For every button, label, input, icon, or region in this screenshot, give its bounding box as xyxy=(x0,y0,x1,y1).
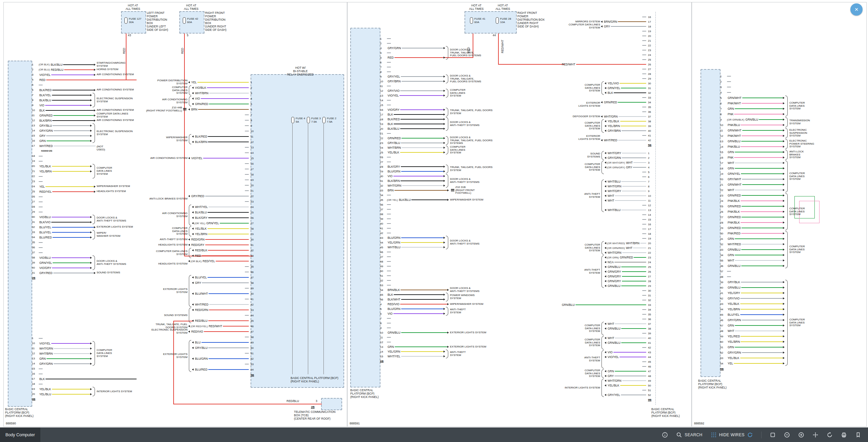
wire-line xyxy=(204,331,249,332)
print-button[interactable] xyxy=(841,432,847,438)
pin-number: 36 xyxy=(720,265,727,268)
pin-number: 42 xyxy=(720,297,727,300)
bookmark-button[interactable] xyxy=(855,432,861,438)
wire-row: GRY/GRN2 xyxy=(605,155,655,160)
arrow-right-icon xyxy=(783,362,785,364)
pin-number: 3 xyxy=(720,86,727,89)
wire-color-label: RED/YEL xyxy=(202,259,216,263)
system-label-text: INTERIOR LIGHTS SYSTEM xyxy=(565,386,600,390)
wire-row: 5 xyxy=(32,82,137,87)
pin-number: 1 xyxy=(720,75,727,78)
system-label-text: ANTI-LOCK BRAKES SYSTEM xyxy=(789,150,804,160)
wire-row: 30VIO xyxy=(380,174,445,178)
wire-rows: 6B xyxy=(380,359,493,363)
wire-line xyxy=(245,201,249,202)
center-diagram-button[interactable] xyxy=(812,432,818,438)
wire-color-label: WHT xyxy=(607,199,615,202)
wire-line xyxy=(387,67,391,67)
pin-number: 7 xyxy=(380,317,387,320)
wire-color-label: YEL/BLU xyxy=(39,393,52,396)
group-bracket xyxy=(601,336,604,350)
wire-row: 28 xyxy=(32,204,137,209)
wire-row: 9B xyxy=(561,397,655,402)
wire-row: 32 xyxy=(561,298,655,302)
wire-row: 29 xyxy=(561,76,655,81)
arrow-right-icon xyxy=(783,254,785,256)
wire-line xyxy=(202,282,249,283)
wire-line xyxy=(613,352,646,353)
wire-row: 35 xyxy=(32,240,137,245)
system-label-text: COMPUTER DATA LINES SYSTEM xyxy=(450,89,466,98)
system-label: WIPER/WASHER SYSTEM xyxy=(449,197,493,202)
wire-line xyxy=(39,369,43,369)
wire-color-label: YEL/BLK xyxy=(727,356,740,360)
search-button[interactable]: SEARCH xyxy=(676,432,702,438)
wire-row: 7 xyxy=(380,65,493,69)
diagram-page-888592: BASIC CENTRAL PLATFORM (BCP) (RIGHT KICK… xyxy=(692,2,867,427)
hide-wires-button[interactable]: HIDE WIRES xyxy=(711,432,753,438)
pin-number: 7 xyxy=(32,93,39,97)
close-button[interactable]: × xyxy=(850,3,863,16)
wire-line xyxy=(387,157,391,157)
pin-number: 1 xyxy=(32,337,39,340)
system-label: Z10 31B (RIGHT FRONT FOOTWELL) xyxy=(449,188,493,193)
system-label-text: COMPUTER DATA LINES SYSTEM xyxy=(789,172,805,181)
group-bracket xyxy=(446,293,448,301)
pin-number: 39 xyxy=(380,217,387,220)
wire-rows: BLU/YEL37GRY3839BLU/WHT4041WHT/RED42 xyxy=(192,275,258,307)
pin-number: 46 xyxy=(720,319,727,322)
diagram-canvas[interactable]: HOT AT ALL TIMESFUSE 127 30ALEFT FRONT P… xyxy=(0,0,868,427)
wire-alt-color-label: (OR GRN/RED) xyxy=(607,247,625,250)
wire-color-label: BLK/BLU xyxy=(50,63,63,66)
wire-group: 38VIO/BLU39GRN/YEL40VIO/GRYDOOR LOCKS & … xyxy=(32,255,137,270)
wire-row: 34BLU/RED xyxy=(32,235,92,240)
zoom-out-button[interactable] xyxy=(784,432,790,438)
arrow-right-icon xyxy=(90,216,92,218)
wire-line xyxy=(245,353,249,354)
system-label: COMPUTER DATA LINES SYSTEM xyxy=(561,160,601,174)
system-label: COMPUTER DATA LINES SYSTEM xyxy=(96,113,137,118)
wire-group: COMPUTER DATA LINES SYSTEM(OR WHT/GRY)WH… xyxy=(561,160,655,174)
wire-line xyxy=(633,248,646,248)
wire-color-label: RED/YEL xyxy=(39,190,52,193)
wire-line xyxy=(642,347,646,348)
zoom-in-button[interactable] xyxy=(798,432,804,438)
system-label: HEADLIGHTS SYSTEM xyxy=(146,258,188,269)
wire-group: 1112 xyxy=(380,335,493,344)
wire-line xyxy=(245,120,249,121)
wire-row: 45 xyxy=(605,359,655,364)
wire-row: VIO/BLK2 xyxy=(192,85,258,90)
wire-rows: 35(OR YEL)BLK/BLU xyxy=(380,197,449,202)
wire-row: 13GRN/BLU xyxy=(720,139,785,144)
pin-number: 26 xyxy=(646,270,655,273)
pin-number: 17 xyxy=(646,228,655,231)
reset-view-button[interactable] xyxy=(827,432,833,438)
fit-window-button[interactable] xyxy=(770,432,776,438)
bookmark-icon xyxy=(855,432,861,438)
arrow-left-icon xyxy=(192,92,194,94)
pin-number: 30 xyxy=(646,289,655,292)
arrow-right-icon xyxy=(443,185,445,187)
wire-line xyxy=(734,363,783,364)
info-button[interactable] xyxy=(662,432,668,438)
pin-number: 16 xyxy=(32,372,39,375)
wire-row: 41 xyxy=(601,133,655,138)
arrow-right-icon xyxy=(443,80,445,82)
wire-row: 15 xyxy=(380,103,493,107)
wire-color-label: GRN/GRY xyxy=(607,279,622,283)
pin-number: 39 xyxy=(646,125,655,128)
toolbar-separator xyxy=(761,432,762,438)
group-bracket xyxy=(785,139,788,149)
wire-line xyxy=(642,229,646,229)
wire-group: 23GRN/RED24PNK/BLK25GRN/RED26PNK/BLK27GR… xyxy=(720,193,822,231)
wire-line xyxy=(39,384,43,384)
wire-color-label: YEL/BLK xyxy=(607,384,620,387)
wire-row: 36 xyxy=(380,202,493,207)
pin-number: 52 xyxy=(380,279,387,282)
pin-number: 37 xyxy=(32,251,39,254)
wire-alt-color-label: (OR GRN) xyxy=(607,256,619,259)
wire-color-label: WHT xyxy=(727,329,735,333)
pin-number: 14 xyxy=(720,145,727,148)
system-label-text: SOUND SYSTEMS xyxy=(587,152,600,159)
wire-group: 789 xyxy=(380,316,493,330)
